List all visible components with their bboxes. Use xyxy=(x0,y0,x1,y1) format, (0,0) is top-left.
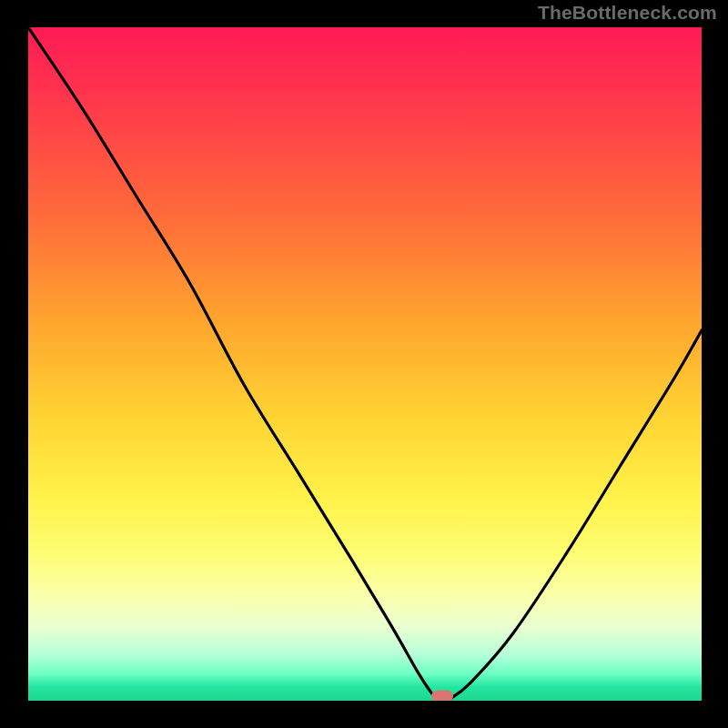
minimum-marker xyxy=(431,691,453,702)
plot-area xyxy=(28,27,702,701)
chart-frame: TheBottleneck.com xyxy=(0,0,728,728)
bottleneck-curve xyxy=(28,27,702,701)
watermark-text: TheBottleneck.com xyxy=(538,2,717,24)
